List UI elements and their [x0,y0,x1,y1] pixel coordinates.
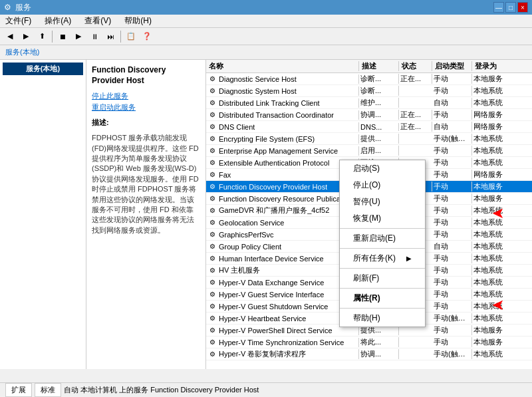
service-name-cell: ⚙Function Discovery Resource Publication [206,194,359,203]
table-row[interactable]: ⚙Diagnostic System Host诊断...手动本地系统 [206,85,532,97]
service-login-cell: 本地系统 [472,241,525,251]
service-icon: ⚙ [207,182,217,192]
service-name-text: Hyper-V Guest Service Interface [219,291,324,299]
restart-service-link[interactable]: 重启动此服务 [92,102,200,112]
service-desc-cell: 启用... [359,146,399,156]
col-header-desc[interactable]: 描述 [359,61,399,71]
service-name-text: Extensible Authentication Protocol [219,159,329,167]
toolbar-stop[interactable]: ⏹ [55,29,70,44]
service-icon: ⚙ [207,230,217,239]
service-status-cell: 正在... [399,74,432,84]
service-desc-cell: 诊断... [359,74,399,84]
col-header-name[interactable]: 名称 [206,61,359,71]
service-icon: ⚙ [207,254,217,263]
service-desc-cell: 诊断... [359,86,399,96]
context-menu-item[interactable]: 所有任务(K)▶ [340,250,425,267]
window-icon: ⚙ [4,3,11,12]
service-startup-cell: 手动 [432,170,472,180]
toolbar-play[interactable]: ▶ [71,29,86,44]
table-row[interactable]: ⚙Distributed Transaction Coordinator协调..… [206,109,532,121]
service-icon: ⚙ [207,350,217,359]
tab-standard[interactable]: 标准 [35,383,61,397]
service-name-cell: ⚙GameDVR 和广播用户服务_4cf52 [206,205,359,215]
context-menu-item[interactable]: 启动(S) [340,160,425,177]
maximize-button[interactable]: □ [505,2,516,13]
service-login-cell: 本地系统 [472,229,525,239]
window-title: 服务 [15,2,493,13]
menu-view[interactable]: 查看(V) [82,14,114,28]
toolbar-forward[interactable]: ▶ [19,29,33,44]
table-row[interactable]: ⚙Enterprise App Management Service启用...手… [206,145,532,157]
service-desc-cell: DNS... [359,123,399,131]
menu-help[interactable]: 帮助(H) [122,14,154,28]
service-name-text: Hyper-V Time Synchronization Service [219,338,344,346]
toolbar-up[interactable]: ⬆ [35,29,49,44]
service-icon: ⚙ [207,290,217,299]
service-login-cell: 本地系统 [472,217,525,227]
breadcrumb-bar: 服务(本地) [0,45,532,60]
toolbar-help[interactable]: ❓ [140,29,154,44]
table-row[interactable]: ⚙Encrypting File System (EFS)提供...手动(触发.… [206,133,532,145]
service-login-cell: 本地系统 [472,289,525,299]
service-login-cell: 本地服务 [472,337,525,347]
minimize-button[interactable]: — [493,2,504,13]
table-row[interactable]: ⚙Hyper-V 卷影复制请求程序协调...手动(触发...本地系统 [206,348,532,360]
service-login-cell: 本地系统 [472,265,525,275]
table-row[interactable]: ⚙Distributed Link Tracking Client维护...自动… [206,97,532,109]
table-row[interactable]: ⚙DNS ClientDNS...正在...自动网络服务 [206,121,532,133]
col-header-startup[interactable]: 启动类型 [432,61,472,71]
stop-service-link[interactable]: 停止此服务 [92,91,200,101]
service-startup-cell: 手动(触发... [432,349,472,359]
context-menu-item[interactable]: 恢复(M) [340,210,425,227]
col-header-login[interactable]: 登录为 [472,61,525,71]
context-menu-item[interactable]: 停止(O) [340,177,425,194]
service-desc-cell: 维护... [359,98,399,108]
context-menu-item[interactable]: 属性(R) [340,290,425,307]
menu-file[interactable]: 文件(F) [3,14,34,28]
context-menu-item[interactable]: 暂停(U) [340,194,425,210]
service-icon: ⚙ [207,158,217,168]
services-header: 名称 描述 状态 启动类型 登录为 [206,60,532,73]
left-panel-title[interactable]: 服务(本地) [3,63,83,75]
service-name-cell: ⚙HV 主机服务 [206,265,359,275]
context-menu-item[interactable]: 帮助(H) [340,310,425,327]
service-login-cell: 本地系统 [472,313,525,323]
service-name-cell: ⚙Diagnostic Service Host [206,74,359,84]
service-name-text: Distributed Transaction Coordinator [219,111,334,119]
context-menu-item[interactable]: 刷新(F) [340,270,425,287]
context-menu-separator [340,308,425,309]
desc-label: 描述: [92,118,200,128]
toolbar-pause[interactable]: ⏸ [87,29,102,44]
col-header-status[interactable]: 状态 [399,61,432,71]
service-startup-cell: 手动 [432,205,472,215]
service-name-text: GameDVR 和广播用户服务_4cf52 [219,205,329,215]
service-name-text: Enterprise App Management Service [219,147,338,155]
service-desc-cell: 协调... [359,110,399,120]
service-login-cell: 本地系统 [472,301,525,311]
table-row[interactable]: ⚙Diagnostic Service Host诊断...正在...手动本地服务 [206,73,532,85]
context-menu-item[interactable]: 重新启动(E) [340,230,425,247]
service-name-cell: ⚙Enterprise App Management Service [206,146,359,156]
service-login-cell: 本地服务 [472,182,525,192]
tab-extended[interactable]: 扩展 [5,383,32,397]
service-startup-cell: 手动 [432,74,472,84]
service-name-cell: ⚙DNS Client [206,122,359,132]
service-startup-cell: 手动 [432,182,472,192]
table-row[interactable]: ⚙Hyper-V Time Synchronization Service将此.… [206,336,532,348]
service-startup-cell: 自动 [432,122,472,132]
toolbar-next[interactable]: ⏭ [103,29,118,44]
service-name-text: Distributed Link Tracking Client [219,99,320,107]
selected-service-name: Function Discovery Provider Host [92,65,200,86]
menu-action[interactable]: 操作(A) [42,14,74,28]
breadcrumb[interactable]: 服务(本地) [5,47,39,57]
service-name-cell: ⚙Hyper-V Data Exchange Service [206,278,359,287]
service-icon: ⚙ [207,170,217,180]
toolbar-back[interactable]: ◀ [3,29,17,44]
service-startup-cell: 手动 [432,229,472,239]
close-button[interactable]: × [517,2,528,13]
service-icon: ⚙ [207,146,217,156]
service-desc-cell: 将此... [359,337,399,347]
service-login-cell: 本地系统 [472,205,525,215]
toolbar-properties[interactable]: 📋 [124,29,138,44]
service-icon: ⚙ [207,194,217,203]
